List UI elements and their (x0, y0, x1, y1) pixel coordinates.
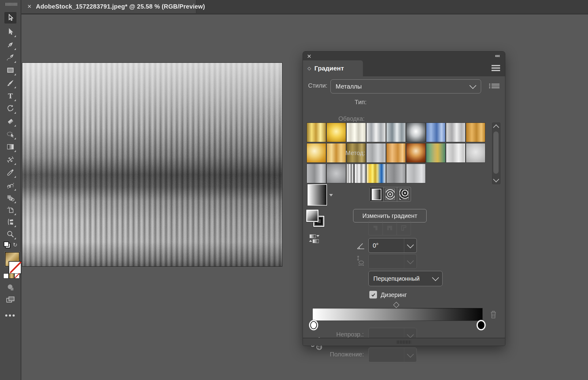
gradient-swatch-gray-radial-soft[interactable] (466, 143, 485, 163)
angle-dropdown[interactable] (404, 238, 417, 253)
selection-tool[interactable] (4, 12, 17, 24)
rectangle-tool[interactable] (4, 64, 17, 76)
type-tool[interactable]: T (4, 90, 17, 102)
curvature-tool[interactable] (4, 51, 17, 64)
illustrator-app: ✕ AdobeStock_1572283791.jpeg* @ 25.58 % … (0, 0, 588, 380)
type-freeform-button[interactable] (397, 187, 411, 201)
width-tool[interactable] (4, 154, 17, 166)
toolbar-grip[interactable] (6, 3, 17, 6)
gradient-stop-end[interactable] (478, 321, 484, 329)
color-button[interactable] (3, 273, 9, 279)
zoom-tool[interactable] (4, 228, 17, 240)
shape-builder-tool[interactable] (4, 192, 17, 204)
gradient-swatch-chrome[interactable] (346, 164, 366, 183)
gradient-preview-dropdown-icon[interactable] (329, 194, 333, 196)
free-transform-tool[interactable] (4, 216, 17, 228)
document-tab[interactable]: ✕ AdobeStock_1572283791.jpeg* @ 25.58 % … (21, 0, 196, 13)
scrollbar-thumb[interactable] (493, 131, 499, 174)
swap-fill-stroke-icon[interactable]: ↺ (13, 241, 17, 248)
panel-menu-icon[interactable] (492, 65, 500, 72)
gradient-swatch-grid (307, 123, 486, 184)
gradient-swatch-blue-linear[interactable] (426, 123, 446, 142)
lasso-icon (6, 130, 14, 138)
pen-tool[interactable] (4, 39, 17, 51)
gradient-swatch-gray-radial[interactable] (326, 164, 346, 183)
gradient-stop-start[interactable] (310, 321, 317, 329)
eraser-tool[interactable] (4, 115, 17, 127)
gradient-swatch-silver-soft[interactable] (406, 164, 426, 183)
aspect-ratio-dropdown (404, 254, 417, 268)
aspect-ratio-icon (356, 255, 365, 266)
symbol-sprayer-tool[interactable] (4, 179, 17, 192)
stroke-gradient-buttons (368, 221, 411, 235)
gradient-swatch-gray-medium[interactable] (386, 164, 406, 183)
type-linear-button[interactable] (370, 187, 383, 201)
artboard-tool[interactable] (4, 204, 17, 216)
gradient-swatch-gray-silver[interactable] (366, 143, 386, 163)
gradient-swatch-copper-radial[interactable] (406, 143, 426, 163)
gradient-swatch-green-gold[interactable] (426, 143, 446, 163)
rotate-tool[interactable] (4, 102, 17, 115)
gradient-swatch-gray-linear[interactable] (446, 123, 466, 142)
gradient-button[interactable] (9, 273, 14, 279)
document-canvas[interactable] (22, 63, 282, 267)
gradient-panel-tab[interactable]: ◇ Градиент (303, 60, 363, 76)
gradient-swatch-chrome-color[interactable] (366, 164, 386, 183)
gradient-icon (6, 143, 14, 151)
drawing-mode-button[interactable] (4, 281, 17, 294)
chevron-down-icon (469, 82, 477, 89)
default-fill-stroke-icon[interactable] (4, 241, 10, 248)
texture-grain-overlay (22, 63, 282, 266)
type-radial-button[interactable] (383, 187, 397, 201)
gradient-swatch-silver-radial[interactable] (406, 123, 426, 142)
panel-resize-grip[interactable] (397, 340, 411, 344)
gradient-swatch-copper-bright[interactable] (386, 143, 406, 163)
dithering-checkbox[interactable] (369, 291, 377, 298)
fill-proxy-swatch[interactable] (306, 210, 318, 222)
angle-value[interactable]: 0° (369, 242, 404, 249)
styles-list-icon[interactable] (489, 84, 499, 90)
none-button[interactable] (14, 273, 20, 279)
gradient-midpoint-diamond[interactable] (393, 302, 399, 308)
reverse-gradient-icon[interactable] (309, 234, 319, 243)
panel-close-icon[interactable]: ✕ (307, 53, 311, 60)
gradient-preview-thumbnail[interactable] (307, 184, 327, 206)
gradient-swatch-gray-linear-2[interactable] (307, 164, 326, 183)
gradient-swatch-gold-glow-radial[interactable] (307, 143, 326, 163)
dithering-label[interactable]: Дизеринг (381, 291, 407, 298)
method-label: Метод: (345, 150, 365, 157)
gradient-tool[interactable] (4, 141, 17, 153)
tab-close-icon[interactable]: ✕ (27, 4, 32, 9)
method-dropdown[interactable]: Перцепционный (368, 271, 443, 286)
gradient-swatch-steel-linear[interactable] (386, 123, 406, 142)
styles-dropdown[interactable]: Металлы (330, 79, 481, 93)
gradient-swatch-gold-copper[interactable] (326, 143, 346, 163)
gradient-swatch-pearl-linear[interactable] (346, 123, 366, 142)
gradient-swatch-gold-radial[interactable] (326, 123, 346, 142)
lasso-tool[interactable] (4, 128, 17, 140)
gradient-swatch-silver-linear[interactable] (366, 123, 386, 142)
scroll-down-icon[interactable] (493, 176, 499, 182)
gradient-slider-bar[interactable] (312, 308, 483, 321)
screen-mode-button[interactable] (4, 294, 17, 306)
panel-header: ✕ «« (303, 51, 505, 60)
paintbrush-tool[interactable] (4, 77, 17, 89)
direct-selection-tool[interactable] (4, 26, 17, 38)
document-title: AdobeStock_1572283791.jpeg* @ 25.58 % (R… (36, 3, 205, 10)
panel-collapse-icon[interactable]: «« (495, 53, 499, 59)
gradient-swatch-copper-linear[interactable] (466, 123, 485, 142)
swatch-scrollbar[interactable] (492, 123, 500, 184)
panel-footer (303, 338, 505, 346)
stroke-across-button[interactable] (397, 221, 411, 235)
swirl-icon (6, 181, 14, 189)
edit-toolbar-button[interactable] (5, 314, 15, 317)
scroll-up-icon[interactable] (493, 124, 499, 131)
stroke-within-button[interactable] (369, 221, 383, 235)
gradient-swatch-silver-light[interactable] (446, 143, 466, 163)
stroke-along-button[interactable] (383, 221, 397, 235)
gradient-swatch-gold-linear[interactable] (307, 123, 326, 142)
method-value: Перцепционный (369, 275, 433, 282)
eyedropper-tool[interactable] (4, 166, 17, 179)
stroke-color-swatch[interactable] (9, 261, 21, 274)
angle-field[interactable]: 0° (368, 238, 417, 253)
